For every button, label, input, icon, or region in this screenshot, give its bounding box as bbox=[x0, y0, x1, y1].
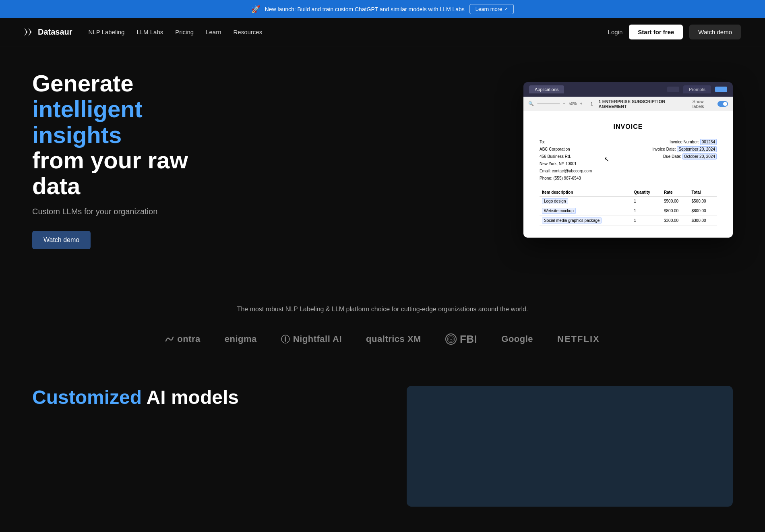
doc-title: INVOICE bbox=[540, 123, 717, 130]
nav-links: NLP Labeling LLM Labs Pricing Learn Reso… bbox=[89, 29, 263, 35]
mock-browser: Applications Prompts 🔍 − 50% + 1 1 ENTER… bbox=[523, 82, 733, 238]
invoice-table: Item description Quantity Rate Total Log… bbox=[540, 188, 717, 226]
nav-right: Login Start for free Watch demo bbox=[608, 25, 741, 39]
logo-text: Datasaur bbox=[38, 27, 72, 37]
invoice-row-2: Social media graphics package1$300.00$30… bbox=[540, 215, 717, 225]
doc-address1: 456 Business Rd. bbox=[540, 153, 592, 160]
doc-meta: To: ABC Corporation 456 Business Rd. New… bbox=[540, 139, 717, 182]
nav-llm-labs[interactable]: LLM Labs bbox=[136, 29, 163, 35]
logo-fbi: ⚖ FBI bbox=[445, 333, 477, 346]
hero-section: Generate intelligent insights from your … bbox=[0, 46, 765, 282]
customized-left: Customized AI models bbox=[32, 386, 382, 409]
fbi-text: FBI bbox=[460, 333, 477, 346]
hero-mock-ui: Applications Prompts 🔍 − 50% + 1 1 ENTER… bbox=[523, 82, 733, 238]
doc-city: New York, NY 10001 bbox=[540, 160, 592, 168]
logo-chevron-2 bbox=[28, 28, 34, 37]
doc-company: ABC Corporation bbox=[540, 146, 592, 153]
nav-left: Datasaur NLP Labeling LLM Labs Pricing L… bbox=[24, 27, 262, 37]
trusted-section: The most robust NLP Labeling & LLM platf… bbox=[0, 282, 765, 362]
logo-link[interactable]: Datasaur bbox=[24, 27, 72, 37]
zoom-plus: + bbox=[580, 101, 583, 106]
zoom-pct: 50% bbox=[569, 101, 577, 106]
learn-more-label: Learn more bbox=[476, 6, 502, 12]
logo-google: Google bbox=[501, 334, 533, 344]
logo-enigma: enigma bbox=[225, 334, 257, 344]
hero-content: Generate intelligent insights from your … bbox=[32, 70, 234, 249]
logo-nightfall: Nightfall AI bbox=[281, 334, 342, 344]
customized-rest: AI models bbox=[147, 387, 239, 408]
logo-qualtrics: qualtrics XM bbox=[366, 334, 421, 344]
doc-to-label: To: bbox=[540, 139, 592, 146]
col-quantity: Quantity bbox=[631, 188, 662, 197]
invoice-number-label: Invoice Number: bbox=[670, 140, 699, 144]
hero-title-line3: from your raw data bbox=[32, 147, 188, 199]
ontra-text: ontra bbox=[177, 334, 201, 344]
watch-demo-hero-button[interactable]: Watch demo bbox=[32, 231, 91, 249]
doc-phone: Phone: (555) 987-6543 bbox=[540, 175, 592, 182]
customized-title: Customized AI models bbox=[32, 386, 382, 409]
nav-learn[interactable]: Learn bbox=[206, 29, 221, 35]
customized-highlight: Customized bbox=[32, 387, 142, 408]
enigma-text: enigma bbox=[225, 334, 257, 344]
show-labels-text: Show labels bbox=[693, 99, 715, 109]
logo-icon bbox=[24, 28, 34, 37]
due-date-row: Due Date: October 20, 2024 bbox=[652, 153, 717, 160]
start-free-button[interactable]: Start for free bbox=[629, 25, 683, 39]
fbi-emblem: ⚖ bbox=[445, 333, 457, 345]
nav-pricing[interactable]: Pricing bbox=[175, 29, 194, 35]
doc-to-section: To: ABC Corporation 456 Business Rd. New… bbox=[540, 139, 592, 182]
invoice-date-row: Invoice Date: September 20, 2024 bbox=[652, 146, 717, 153]
mock-topbar: Applications Prompts bbox=[523, 82, 733, 97]
breadcrumb-text: 1 ENTERPRISE SUBSCRIPTION AGREEMENT bbox=[599, 99, 689, 109]
login-button[interactable]: Login bbox=[608, 29, 623, 35]
col-total: Total bbox=[689, 188, 717, 197]
announcement-bar: 🚀 New launch: Build and train custom Cha… bbox=[0, 0, 765, 18]
invoice-date-value: September 20, 2024 bbox=[677, 146, 717, 152]
invoice-row-0: Logo design1$500.00$500.00 bbox=[540, 196, 717, 206]
doc-email: Email: contact@abccorp.com bbox=[540, 168, 592, 175]
customized-section: Customized AI models bbox=[0, 362, 765, 531]
hero-title: Generate intelligent insights from your … bbox=[32, 70, 234, 199]
watch-demo-nav-button[interactable]: Watch demo bbox=[689, 25, 741, 39]
due-date-value: October 20, 2024 bbox=[682, 153, 717, 159]
mock-tab-applications: Applications bbox=[529, 85, 564, 93]
hero-title-line1: Generate bbox=[32, 70, 133, 96]
nav-resources[interactable]: Resources bbox=[234, 29, 263, 35]
col-rate: Rate bbox=[662, 188, 689, 197]
mock-tab-prompts: Prompts bbox=[683, 85, 711, 93]
zoom-minus: − bbox=[563, 101, 566, 106]
qualtrics-text: qualtrics XM bbox=[366, 334, 421, 344]
svg-text:⚖: ⚖ bbox=[450, 338, 452, 341]
rocket-icon: 🚀 bbox=[251, 5, 260, 14]
hero-subtitle: Custom LLMs for your organization bbox=[32, 207, 234, 216]
google-text: Google bbox=[501, 334, 533, 344]
show-labels: Show labels bbox=[693, 99, 728, 109]
fbi-seal-icon: ⚖ bbox=[447, 335, 455, 343]
toggle-show-labels[interactable] bbox=[717, 101, 728, 107]
nav-nlp-labeling[interactable]: NLP Labeling bbox=[89, 29, 125, 35]
mock-toolbar: 🔍 − 50% + 1 1 ENTERPRISE SUBSCRIPTION AG… bbox=[523, 97, 733, 111]
customized-visual bbox=[407, 386, 733, 507]
logo-ontra: ontra bbox=[165, 334, 201, 344]
col-item-desc: Item description bbox=[540, 188, 631, 197]
invoice-row-1: Website mockup1$800.00$800.00 bbox=[540, 206, 717, 215]
announcement-text: New launch: Build and train custom ChatG… bbox=[265, 6, 465, 12]
logos-row: ontra enigma Nightfall AI qualtrics XM bbox=[24, 333, 741, 346]
logo-netflix: NETFLIX bbox=[557, 334, 600, 344]
breadcrumb-number: 1 bbox=[590, 101, 593, 106]
due-date-label: Due Date: bbox=[663, 154, 681, 159]
nightfall-text: Nightfall AI bbox=[293, 334, 342, 344]
trusted-tagline: The most robust NLP Labeling & LLM platf… bbox=[24, 306, 741, 313]
main-nav: Datasaur NLP Labeling LLM Labs Pricing L… bbox=[0, 18, 765, 46]
mock-document: ↖ INVOICE To: ABC Corporation 456 Busine… bbox=[523, 111, 733, 238]
doc-invoice-info: Invoice Number: 001234 Invoice Date: Sep… bbox=[652, 139, 717, 182]
invoice-number-value: 001234 bbox=[700, 139, 717, 145]
invoice-number-row: Invoice Number: 001234 bbox=[652, 139, 717, 146]
nightfall-icon bbox=[281, 335, 290, 344]
learn-more-button[interactable]: Learn more ↗ bbox=[469, 4, 514, 14]
netflix-text: NETFLIX bbox=[557, 334, 600, 344]
external-link-icon: ↗ bbox=[504, 6, 508, 12]
hero-title-line2: intelligent insights bbox=[32, 96, 143, 148]
invoice-date-label: Invoice Date: bbox=[652, 147, 676, 151]
ontra-icon bbox=[165, 335, 174, 343]
